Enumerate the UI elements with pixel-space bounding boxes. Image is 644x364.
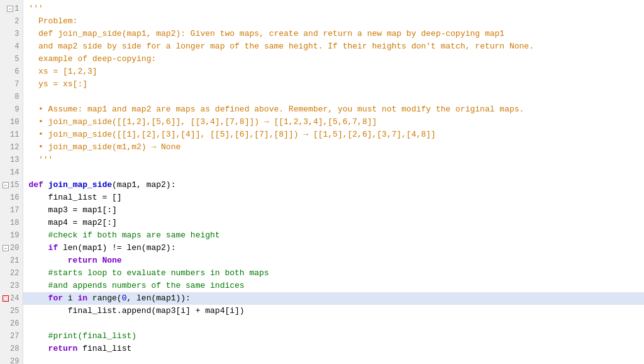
token-return: return [28, 343, 82, 355]
code-line-9: • Assume: map1 and map2 are maps as defi… [23, 103, 644, 116]
code-line-17: map3 = map1[:] [23, 204, 644, 217]
token-comma-range: , len(map1)): [126, 292, 190, 305]
ln-28: 28 [0, 343, 23, 355]
ln-26: 26 [0, 317, 23, 330]
token-problem: Problem: [28, 15, 77, 28]
token-line25: final_list.append(map3[i] + map4[i]) [28, 305, 244, 317]
code-line-10: • join_map_side([[1,2],[5,6]], [[3,4],[7… [23, 116, 644, 128]
token-line7: ys = xs[:] [28, 78, 87, 91]
ln-20: −20 [0, 242, 23, 254]
ln-25: 25 [0, 305, 23, 317]
token-line11: • join_map_side([[1],[2],[3],[4]], [[5],… [28, 128, 436, 141]
ln-27: 27 [0, 330, 23, 343]
token-line6: xs = [1,2,3] [28, 65, 97, 78]
ln-9: 9 [0, 103, 23, 116]
code-line-27: #print(final_list) [23, 330, 644, 343]
ln-5: 5 [0, 53, 23, 65]
ln-16: 16 [0, 191, 23, 204]
ln-22: 22 [0, 267, 23, 280]
ln-10: 10 [0, 116, 23, 128]
token-docstring-open: ''' [28, 3, 43, 15]
ln-4: 4 [0, 40, 23, 53]
code-line-13: ''' [23, 154, 644, 166]
code-line-24: for i in range(0, len(map1)): [23, 292, 644, 305]
ln-24: □24 [0, 292, 23, 305]
ln-23: 23 [0, 280, 23, 292]
token-line5: example of deep-copying: [28, 53, 156, 65]
token-docstring-close: ''' [28, 154, 53, 166]
ln-2: 2 [0, 15, 23, 28]
code-editor: −1 2 3 4 5 6 7 8 9 10 11 12 13 14 −15 16… [0, 0, 644, 364]
ln-17: 17 [0, 204, 23, 217]
code-line-5: example of deep-copying: [23, 53, 644, 65]
token-line16: final_list = [] [28, 191, 121, 204]
token-range: range( [92, 292, 122, 305]
token-funcname: join_map_side [48, 179, 112, 191]
token-line10: • join_map_side([[1,2],[5,6]], [[3,4],[7… [28, 116, 377, 128]
code-line-25: final_list.append(map3[i] + map4[i]) [23, 305, 644, 317]
token-return-none: return None [28, 254, 121, 267]
token-zero: 0 [122, 292, 127, 305]
code-line-23: #and appends numbers of the same indices [23, 280, 644, 292]
code-line-15: def join_map_side(map1, map2): [23, 179, 644, 191]
code-line-16: final_list = [] [23, 191, 644, 204]
code-line-18: map4 = map2[:] [23, 217, 644, 229]
ln-21: 21 [0, 254, 23, 267]
token-if: if [28, 242, 63, 254]
ln-7: 7 [0, 78, 23, 91]
token-len1: len(map1) != len(map2): [63, 242, 175, 254]
token-final-list: final_list [82, 343, 131, 355]
code-line-8 [23, 91, 644, 103]
token-line4: and map2 side by side for a longer map o… [28, 40, 534, 53]
code-line-6: xs = [1,2,3] [23, 65, 644, 78]
code-line-26 [23, 317, 644, 330]
ln-8: 8 [0, 91, 23, 103]
code-line-21: return None [23, 254, 644, 267]
ln-29: 29 [0, 355, 23, 364]
code-line-20: if len(map1) != len(map2): [23, 242, 644, 254]
code-content[interactable]: ''' Problem: def join_map_side(map1, map… [23, 0, 644, 364]
code-line-2: Problem: [23, 15, 644, 28]
token-comment27: #print(final_list) [28, 330, 136, 343]
code-line-11: • join_map_side([[1],[2],[3],[4]], [[5],… [23, 128, 644, 141]
debug-icon-24[interactable]: □ [3, 295, 9, 302]
token-comment22: #starts loop to evaluate numbers in both… [28, 267, 269, 280]
collapse-icon-20[interactable]: − [3, 245, 9, 251]
token-line9: • Assume: map1 and map2 are maps as defi… [28, 103, 524, 116]
ln-14: 14 [0, 166, 23, 179]
code-line-28: return final_list [23, 343, 644, 355]
token-line12: • join_map_side(m1,m2) → None [28, 141, 180, 154]
token-params: (map1, map2): [112, 179, 175, 191]
code-line-4: and map2 side by side for a longer map o… [23, 40, 644, 53]
token-def: def [28, 179, 48, 191]
ln-1: −1 [0, 3, 23, 15]
token-comment19: #check if both maps are same height [28, 229, 219, 242]
token-line18: map4 = map2[:] [28, 217, 116, 229]
token-for: for [28, 292, 67, 305]
collapse-icon-15[interactable]: − [3, 182, 9, 188]
token-line3: def join_map_side(map1, map2): Given two… [28, 28, 504, 40]
collapse-icon-1[interactable]: − [7, 6, 13, 12]
code-line-1: ''' [23, 3, 644, 15]
ln-13: 13 [0, 154, 23, 166]
code-line-12: • join_map_side(m1,m2) → None [23, 141, 644, 154]
code-line-22: #starts loop to evaluate numbers in both… [23, 267, 644, 280]
code-line-3: def join_map_side(map1, map2): Given two… [23, 28, 644, 40]
ln-18: 18 [0, 217, 23, 229]
token-i: i [68, 292, 78, 305]
code-line-7: ys = xs[:] [23, 78, 644, 91]
token-in: in [77, 292, 92, 305]
token-line17: map3 = map1[:] [28, 204, 116, 217]
line-numbers: −1 2 3 4 5 6 7 8 9 10 11 12 13 14 −15 16… [0, 0, 23, 364]
code-line-14 [23, 166, 644, 179]
ln-12: 12 [0, 141, 23, 154]
ln-11: 11 [0, 128, 23, 141]
code-line-19: #check if both maps are same height [23, 229, 644, 242]
ln-15: −15 [0, 179, 23, 191]
ln-6: 6 [0, 65, 23, 78]
token-comment23: #and appends numbers of the same indices [28, 280, 244, 292]
ln-3: 3 [0, 28, 23, 40]
code-line-29 [23, 355, 644, 364]
ln-19: 19 [0, 229, 23, 242]
